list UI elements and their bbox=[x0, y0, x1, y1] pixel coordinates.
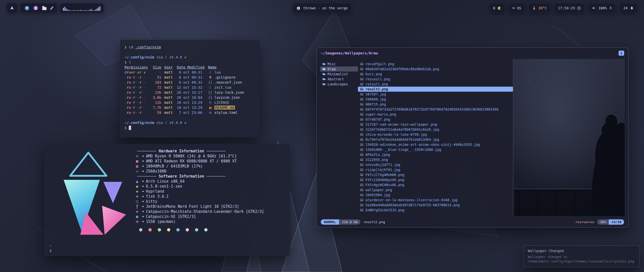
volume-module[interactable]: 100% bbox=[588, 3, 616, 13]
info-line: ❖ ➜ Hyprland bbox=[135, 189, 286, 194]
color-dot bbox=[186, 228, 189, 231]
files-icon[interactable] bbox=[42, 7, 47, 10]
color-dot bbox=[148, 228, 152, 231]
temperature-value: 26°C bbox=[538, 6, 547, 10]
folder-item[interactable]: Landscapes bbox=[320, 82, 358, 87]
image-icon bbox=[360, 148, 364, 151]
file-item[interactable]: rsjqojlmjhf91.jpg bbox=[358, 167, 513, 172]
clock-module[interactable]: 17:50:29 bbox=[554, 3, 585, 13]
file-item[interactable]: FXfcHgcWIAMzs0G.png bbox=[358, 182, 513, 187]
file-item[interactable]: FXfcJlTXgAMvH6R.png bbox=[358, 172, 513, 177]
column-header: Date Modified bbox=[177, 65, 205, 69]
file-name: re1sult.png bbox=[366, 82, 388, 86]
file-name: FXfcII0X0AQyn9X.png bbox=[366, 178, 404, 182]
file-name: kurz.png bbox=[366, 72, 382, 76]
file-item[interactable]: 19201080-__blue-tinge__-1920×1080.jpg bbox=[358, 147, 513, 152]
cwd-path: ~/.config/nvim bbox=[125, 121, 154, 125]
filetype-icon: ☾ bbox=[208, 70, 213, 74]
date-cell: 6 oct 00:31 bbox=[177, 75, 205, 79]
arrow-icon: ➜ bbox=[142, 154, 144, 158]
filetype-icon: {} bbox=[208, 80, 213, 84]
editor-icon[interactable] bbox=[50, 6, 54, 10]
info-text: Arch Linux x86_64 bbox=[146, 179, 185, 184]
filetype-icon: {} bbox=[208, 90, 213, 94]
file-name: resssult.png bbox=[366, 77, 390, 81]
info-text: 1558 (pacman) bbox=[146, 219, 175, 224]
mic-icon bbox=[609, 6, 612, 10]
info-icon: ⊞ bbox=[135, 219, 140, 224]
permissions-cell: .rw-r--r-- bbox=[125, 95, 149, 99]
info-icon: ≋ bbox=[135, 194, 140, 199]
file-item[interactable]: 08a634fa02a32364f69ebc86a98eb1eb.png bbox=[358, 66, 513, 72]
folder-item[interactable]: Minimalist bbox=[320, 72, 358, 77]
image-icon bbox=[360, 72, 364, 76]
media-player-pill[interactable]: thrown - on the verge bbox=[293, 3, 351, 13]
image-icon bbox=[360, 92, 364, 96]
notifications-module[interactable]: 24 bbox=[620, 3, 637, 13]
image-icon bbox=[360, 143, 364, 146]
info-line: ❉ ➜ Catppuccin-Macchiato-Standard-Lavend… bbox=[135, 209, 286, 214]
file-item[interactable]: 3126f7e9bbf21a8a4af0b67b041c6e26.jpg bbox=[358, 127, 513, 132]
file-item[interactable]: wallpaper.png bbox=[358, 187, 513, 192]
filename-cell: stylua.toml bbox=[214, 111, 238, 115]
file-item[interactable]: 8FKa7Cu.jpeg bbox=[358, 152, 513, 157]
breadcrumb[interactable]: ~/Imagenes/Wallpapers/Draw bbox=[321, 51, 378, 55]
info-text: kitty bbox=[146, 199, 157, 204]
date-cell: 12 oct 15:32 bbox=[177, 85, 205, 89]
launcher-button[interactable] bbox=[7, 3, 18, 13]
updates-module[interactable]: 0 bbox=[489, 3, 505, 13]
keyboard-layout: US bbox=[517, 6, 521, 10]
info-text: Catppuccin-SE [GTK2/3] bbox=[146, 214, 196, 219]
file-name: wallpaper.png bbox=[366, 188, 392, 192]
file-item[interactable]: 0c794faf07de24a4db4d4fb1eb813964.jpg bbox=[358, 137, 513, 142]
chat-icon[interactable] bbox=[34, 6, 38, 10]
terminal-cursor[interactable] bbox=[129, 126, 131, 130]
file-item[interactable]: re1sult.png bbox=[358, 82, 513, 87]
folder-item[interactable]: Draw bbox=[320, 66, 358, 72]
file-item[interactable]: atardecer-en-la-montanas-ilustracion-634… bbox=[358, 197, 513, 202]
folder-item[interactable]: Misc bbox=[320, 61, 358, 66]
file-item[interactable]: nnvuv0xj2df71.jpg bbox=[358, 162, 513, 167]
image-icon bbox=[360, 158, 364, 161]
column-header: Size bbox=[152, 65, 161, 69]
file-item[interactable]: 87r687df.png bbox=[358, 117, 513, 122]
tab-badge[interactable]: 1 bbox=[619, 51, 624, 56]
file-item[interactable]: 217167-sad-anime-rain-wallpaper.png bbox=[358, 122, 513, 127]
lua-version: ☾ v5.4.6 bbox=[165, 55, 182, 59]
file-item[interactable]: 20492984.jpg bbox=[358, 192, 513, 197]
file-item[interactable]: 587597.jpg bbox=[358, 92, 513, 97]
file-item[interactable]: 3122955.png bbox=[358, 157, 513, 162]
selected-file-name: result2.png bbox=[364, 220, 385, 224]
image-icon bbox=[360, 193, 364, 197]
file-name: 587597.jpg bbox=[366, 92, 386, 96]
image-icon bbox=[360, 87, 364, 91]
folder-item[interactable]: Abstract bbox=[320, 77, 358, 82]
image-icon bbox=[360, 153, 364, 156]
file-item[interactable]: result2.png bbox=[358, 87, 513, 92]
file-item[interactable]: 596848.jpg bbox=[358, 97, 513, 102]
file-item[interactable]: 154928-odinokoe_anime-art-anime-okno-sin… bbox=[358, 142, 513, 147]
file-item[interactable]: resssult.png bbox=[358, 77, 513, 82]
browser-icon[interactable] bbox=[25, 6, 29, 10]
arrow-icon: ➜ bbox=[142, 214, 144, 219]
file-item[interactable]: 866715.png bbox=[358, 102, 513, 107]
file-item[interactable]: FXfcII0X0AQyn9X.png bbox=[358, 177, 513, 182]
file-item[interactable]: kurz.png bbox=[358, 72, 513, 77]
file-item[interactable]: ressdfgult.png bbox=[358, 61, 513, 66]
file-item[interactable]: 68747470733a2f2f696d616765732d7769786d70… bbox=[358, 107, 513, 112]
user-cell: matt bbox=[164, 100, 174, 105]
notification-popup[interactable]: Wallpaper Changed Wallpaper changed to /… bbox=[524, 245, 640, 267]
keyboard-layout-module[interactable]: ⌨ US bbox=[508, 3, 525, 13]
file-item[interactable]: 5a266e448add93deab367d87173e9f25-6837886… bbox=[358, 202, 513, 208]
folder-icon bbox=[322, 67, 326, 71]
image-icon bbox=[360, 82, 364, 86]
file-listing-row: .rw-r--r-- 51 matt 6 oct 00:31 Ψ .gitign… bbox=[125, 75, 255, 80]
file-item[interactable]: super-mario.png bbox=[358, 112, 513, 117]
image-icon bbox=[360, 67, 364, 71]
file-item[interactable]: chica-mirando-la-luna-8799.jpg bbox=[358, 132, 513, 137]
temperature-module[interactable]: 26°C bbox=[529, 3, 551, 13]
file-item[interactable]: EeNKYgIUcAAJ5JX.png bbox=[358, 208, 513, 213]
permissions-cell: .rw-r--r-- bbox=[125, 75, 149, 79]
user-cell: matt bbox=[164, 95, 174, 99]
crystal-logo bbox=[51, 152, 126, 235]
